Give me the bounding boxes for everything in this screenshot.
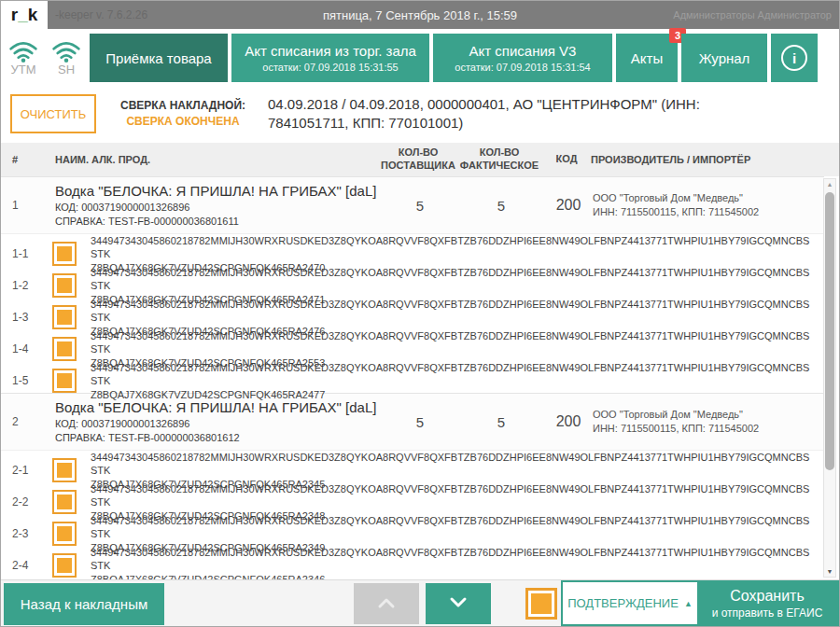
tab-writeoff-salesfloor[interactable]: Акт списания из торг. зала остатки: 07.0… xyxy=(231,34,429,82)
excise-mark-line1: 344947343045860218782MMIJH30WRXRUSDKED3Z… xyxy=(91,514,811,541)
mark-row[interactable]: 1-4 344947343045860218782MMIJH30WRXRUSDK… xyxy=(1,329,824,361)
page-down-button[interactable] xyxy=(426,583,491,624)
col-code: КОД xyxy=(542,153,591,166)
save-label: Сохранить xyxy=(730,588,805,605)
mark-checkbox[interactable] xyxy=(52,337,77,361)
producer-name: ООО "Торговый Дом "Медведь" xyxy=(593,191,824,205)
mark-row-number: 1-5 xyxy=(1,374,46,387)
checkbox-checked-icon xyxy=(57,495,72,509)
page-up-button[interactable] xyxy=(354,583,419,624)
tab-journal[interactable]: Журнал xyxy=(681,34,767,82)
select-all-checkbox[interactable] xyxy=(525,588,557,620)
current-user: Администраторы Администратор xyxy=(673,9,832,21)
mark-checkbox[interactable] xyxy=(52,369,77,393)
logo-letter-k: k xyxy=(28,5,38,25)
toolbar: УТМ SH Приёмка товара Акт списания из то… xyxy=(1,29,839,87)
invoice-info: 04.09.2018 / 04.09.2018, 0000000401, АО … xyxy=(268,95,777,133)
mark-row-number: 1-3 xyxy=(1,311,46,324)
row-number: 1 xyxy=(1,199,46,212)
mark-checkbox[interactable] xyxy=(52,522,77,546)
confirmation-label: ПОДТВЕРЖДЕНИЕ xyxy=(567,596,679,610)
producer-inn-kpp: ИНН: 7115500115, КПП: 711545002 xyxy=(593,205,824,219)
logo-letter-r: r xyxy=(11,5,18,25)
checkbox-checked-icon xyxy=(57,341,72,356)
tab-label: Акт списания из торг. зала xyxy=(245,43,416,59)
confirmation-dropdown[interactable]: ПОДТВЕРЖДЕНИЕ ▲ xyxy=(563,582,697,624)
mark-checkbox[interactable] xyxy=(52,305,77,329)
back-to-invoices-button[interactable]: Назад к накладным xyxy=(4,583,164,625)
mark-checkbox[interactable] xyxy=(52,458,77,482)
tab-label: Акт списания V3 xyxy=(469,43,577,59)
checkbox-checked-icon xyxy=(57,246,72,261)
mark-row-number: 2-4 xyxy=(1,559,46,572)
app-version: -keeper v. 7.6.2.26 xyxy=(55,8,147,21)
qty-actual: 5 xyxy=(458,414,544,430)
tab-label: Приёмка товара xyxy=(105,50,211,66)
utm-label: УТМ xyxy=(10,63,35,77)
footer-bar: Назад к накладным ПОДТВЕРЖДЕНИЕ ▲ Сохран… xyxy=(1,579,839,626)
checkbox-checked-icon xyxy=(57,558,72,573)
col-product-name: НАИМ. АЛК. ПРОД. xyxy=(46,154,380,165)
reconciliation-status: СВЕРКА ОКОНЧЕНА xyxy=(109,114,257,130)
save-sublabel: и отправить в ЕГАИС xyxy=(712,606,823,620)
excise-mark-line2: Z8BQAJ7X68GK7VZUD42SCPGNFQK465RA2346 xyxy=(91,573,811,579)
checkbox-checked-icon xyxy=(531,593,552,614)
product-name: Водка "БЕЛОЧКА: Я ПРИШЛА! НА ГРИБАХ" [da… xyxy=(55,399,382,415)
save-send-egais-button[interactable]: Сохранить и отправить в ЕГАИС xyxy=(697,582,837,624)
excise-mark-line1: 344947343045860218782MMIJH30WRXRUSDKED3Z… xyxy=(91,482,811,509)
product-group-row[interactable]: 1 Водка "БЕЛОЧКА: Я ПРИШЛА! НА ГРИБАХ" [… xyxy=(1,176,824,234)
dropdown-up-arrow-icon: ▲ xyxy=(684,599,693,608)
connection-status-block: УТМ SH xyxy=(4,40,86,77)
excise-mark-line1: 344947343045860218782MMIJH30WRXRUSDKED3Z… xyxy=(91,546,811,573)
mark-row[interactable]: 2-3 344947343045860218782MMIJH30WRXRUSDK… xyxy=(1,514,824,546)
tab-goods-receiving[interactable]: Приёмка товара xyxy=(90,34,228,82)
scroll-up-arrow-icon[interactable]: ▲ xyxy=(824,181,835,188)
table-header: # НАИМ. АЛК. ПРОД. КОЛ-ВО ПОСТАВЩИКА КОЛ… xyxy=(1,143,840,176)
product-group-row[interactable]: 2 Водка "БЕЛОЧКА: Я ПРИШЛА! НА ГРИБАХ" [… xyxy=(1,393,824,451)
scrollbar-thumb[interactable] xyxy=(825,192,834,470)
mark-row-number: 1-4 xyxy=(1,342,46,355)
info-button[interactable]: i xyxy=(771,34,818,82)
tab-acts[interactable]: Акты 3 xyxy=(616,34,678,82)
product-code-line: КОД: 0003719000001326896 xyxy=(55,417,382,431)
mark-row[interactable]: 2-4 344947343045860218782MMIJH30WRXRUSDK… xyxy=(1,546,824,578)
utm-status: УТМ xyxy=(7,40,39,77)
mark-row[interactable]: 1-1 344947343045860218782MMIJH30WRXRUSDK… xyxy=(1,234,824,266)
product-name: Водка "БЕЛОЧКА: Я ПРИШЛА! НА ГРИБАХ" [da… xyxy=(55,183,382,199)
excise-mark: 344947343045860218782MMIJH30WRXRUSDKED3Z… xyxy=(91,361,811,401)
reconciliation-block: СВЕРКА НАКЛАДНОЙ: СВЕРКА ОКОНЧЕНА xyxy=(109,98,257,131)
checkbox-checked-icon xyxy=(57,278,72,293)
product-ref-line: СПРАВКА: TEST-FB-000000036801612 xyxy=(55,431,382,445)
chevron-up-icon xyxy=(376,595,397,613)
info-icon: i xyxy=(781,45,807,71)
wifi-icon xyxy=(7,40,39,63)
logo-underscore: _ xyxy=(18,5,28,25)
mark-row-number: 2-3 xyxy=(1,527,46,540)
producer-name: ООО "Торговый Дом "Медведь" xyxy=(593,408,824,422)
checkbox-checked-icon xyxy=(57,526,72,541)
code-value: 200 xyxy=(544,413,593,430)
wifi-icon xyxy=(50,40,82,63)
rkeeper-logo: r_k xyxy=(1,1,48,29)
mark-checkbox[interactable] xyxy=(52,553,77,578)
mark-row[interactable]: 2-1 344947343045860218782MMIJH30WRXRUSDK… xyxy=(1,451,824,482)
mark-row[interactable]: 2-2 344947343045860218782MMIJH30WRXRUSDK… xyxy=(1,482,824,514)
vertical-scrollbar[interactable]: ▲ ▼ xyxy=(823,178,836,578)
clear-button[interactable]: ОЧИСТИТЬ xyxy=(10,94,96,133)
mark-checkbox[interactable] xyxy=(52,273,77,298)
excise-mark: 344947343045860218782MMIJH30WRXRUSDKED3Z… xyxy=(91,546,811,579)
app-window: r_k -keeper v. 7.6.2.26 пятница, 7 Сентя… xyxy=(0,0,840,627)
mark-row[interactable]: 1-3 344947343045860218782MMIJH30WRXRUSDK… xyxy=(1,298,824,329)
scroll-down-arrow-icon[interactable]: ▼ xyxy=(824,568,835,575)
mark-row[interactable]: 1-2 344947343045860218782MMIJH30WRXRUSDK… xyxy=(1,266,824,298)
producer-inn-kpp: ИНН: 7115500115, КПП: 711545002 xyxy=(593,422,824,436)
excise-mark-line1: 344947343045860218782MMIJH30WRXRUSDKED3Z… xyxy=(91,266,811,293)
mark-checkbox[interactable] xyxy=(52,490,77,514)
current-datetime: пятница, 7 Сентябрь 2018 г., 15:59 xyxy=(323,8,517,22)
code-value: 200 xyxy=(544,197,593,214)
mark-checkbox[interactable] xyxy=(52,242,77,266)
tab-label: Журнал xyxy=(699,50,750,66)
mark-row[interactable]: 1-5 344947343045860218782MMIJH30WRXRUSDK… xyxy=(1,361,824,393)
tab-writeoff-v3[interactable]: Акт списания V3 остатки: 07.09.2018 15:3… xyxy=(433,34,612,82)
excise-mark-line1: 344947343045860218782MMIJH30WRXRUSDKED3Z… xyxy=(91,361,811,388)
